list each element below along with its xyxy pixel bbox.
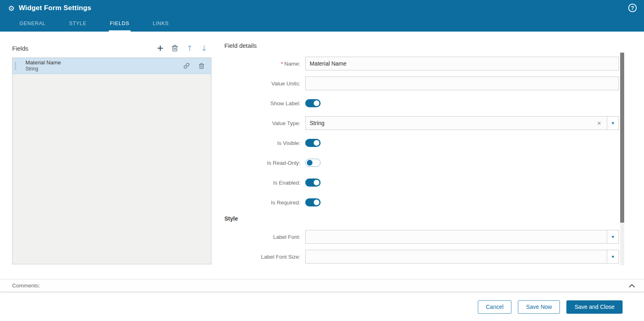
label-font-dropdown-button[interactable]: ▾ bbox=[607, 230, 619, 244]
save-and-close-button[interactable]: Save and Close bbox=[566, 300, 623, 314]
label-font-size-dropdown-button[interactable]: ▾ bbox=[607, 250, 619, 264]
tab-links[interactable]: LINKS bbox=[152, 16, 170, 32]
fields-panel: Fields + ↑ ↓ Material Name String bbox=[12, 42, 211, 264]
is-enabled-row: Is Enabled: bbox=[224, 176, 619, 189]
move-down-button[interactable]: ↓ bbox=[201, 44, 207, 53]
bind-link-icon[interactable] bbox=[184, 63, 190, 69]
label-font-size-label: Label Font Size: bbox=[224, 254, 305, 260]
name-row: *Name: bbox=[224, 57, 619, 70]
scrollbar-thumb[interactable] bbox=[620, 53, 624, 223]
dialog-header: ⚙ Widget Form Settings ? GENERAL STYLE F… bbox=[0, 0, 644, 32]
value-units-row: Value Units: bbox=[224, 77, 619, 90]
fields-list: Material Name String bbox=[12, 57, 211, 264]
field-details-panel: Field details *Name: Value Units: Show L… bbox=[224, 42, 619, 265]
is-visible-row: Is Visible: bbox=[224, 136, 619, 150]
widget-form-settings-dialog: ⚙ Widget Form Settings ? GENERAL STYLE F… bbox=[0, 0, 644, 321]
fields-panel-title: Fields bbox=[12, 45, 28, 52]
delete-field-button[interactable] bbox=[171, 45, 178, 52]
value-type-label: Value Type: bbox=[224, 120, 305, 126]
chevron-down-icon: ▾ bbox=[612, 234, 614, 240]
label-font-size-row: Label Font Size: ▾ bbox=[224, 250, 619, 264]
field-item-text: Material Name String bbox=[25, 60, 61, 72]
help-icon[interactable]: ? bbox=[628, 4, 637, 12]
value-units-input[interactable] bbox=[305, 77, 619, 90]
value-type-box[interactable]: String × bbox=[305, 116, 607, 130]
is-visible-label: Is Visible: bbox=[224, 140, 305, 146]
tab-style[interactable]: STYLE bbox=[68, 16, 88, 32]
tab-bar: GENERAL STYLE FIELDS LINKS bbox=[0, 16, 644, 32]
label-font-size-box[interactable] bbox=[305, 250, 607, 264]
toggle-knob bbox=[314, 140, 319, 146]
comments-label: Comments: bbox=[12, 283, 40, 289]
drag-handle-icon[interactable] bbox=[15, 62, 18, 70]
is-required-toggle[interactable] bbox=[305, 198, 321, 206]
show-label-label: Show Label: bbox=[224, 100, 305, 106]
value-type-dropdown-button[interactable]: ▾ bbox=[607, 116, 619, 130]
toggle-knob bbox=[314, 100, 319, 106]
label-font-combo: ▾ bbox=[305, 230, 619, 244]
value-type-combo: String × ▾ bbox=[305, 116, 619, 130]
style-section-title: Style bbox=[224, 215, 619, 222]
name-input[interactable] bbox=[305, 57, 619, 70]
label-font-label: Label Font: bbox=[224, 234, 305, 240]
title-row: ⚙ Widget Form Settings ? bbox=[0, 0, 644, 16]
label-font-row: Label Font: ▾ bbox=[224, 230, 619, 244]
clear-icon[interactable]: × bbox=[595, 120, 603, 127]
chevron-down-icon: ▾ bbox=[612, 120, 614, 126]
required-asterisk: * bbox=[281, 61, 283, 67]
trash-icon bbox=[171, 45, 178, 52]
toggle-knob bbox=[314, 200, 319, 205]
field-details-title: Field details bbox=[224, 42, 619, 54]
show-label-toggle[interactable] bbox=[305, 99, 321, 107]
tab-general[interactable]: GENERAL bbox=[18, 16, 47, 32]
name-label: *Name: bbox=[224, 61, 305, 67]
field-item-actions bbox=[184, 63, 205, 69]
toggle-knob bbox=[314, 180, 319, 185]
is-required-row: Is Required: bbox=[224, 196, 619, 209]
is-required-label: Is Required: bbox=[224, 200, 305, 206]
add-field-button[interactable]: + bbox=[157, 44, 163, 52]
value-type-row: Value Type: String × ▾ bbox=[224, 116, 619, 130]
footer-button-bar: Cancel Save Now Save and Close bbox=[0, 293, 644, 321]
tab-fields[interactable]: FIELDS bbox=[109, 16, 131, 32]
delete-item-trash-icon[interactable] bbox=[198, 63, 205, 69]
gear-icon: ⚙ bbox=[8, 4, 15, 13]
fields-panel-header: Fields + ↑ ↓ bbox=[12, 42, 211, 54]
is-read-only-toggle[interactable] bbox=[305, 159, 321, 167]
chevron-up-icon[interactable] bbox=[629, 284, 635, 288]
chevron-down-icon: ▾ bbox=[612, 254, 614, 259]
field-item-name: Material Name bbox=[25, 60, 61, 66]
value-units-label: Value Units: bbox=[224, 81, 305, 87]
value-type-value: String bbox=[310, 120, 595, 126]
move-up-button[interactable]: ↑ bbox=[186, 44, 193, 53]
show-label-row: Show Label: bbox=[224, 96, 619, 110]
is-enabled-label: Is Enabled: bbox=[224, 180, 305, 186]
fields-toolbar: + ↑ ↓ bbox=[157, 44, 211, 53]
cancel-button[interactable]: Cancel bbox=[478, 300, 512, 314]
label-font-box[interactable] bbox=[305, 230, 607, 244]
vertical-scrollbar[interactable] bbox=[620, 53, 624, 265]
comments-bar: Comments: bbox=[0, 279, 644, 292]
is-visible-toggle[interactable] bbox=[305, 139, 321, 147]
toggle-knob bbox=[307, 160, 312, 166]
is-read-only-row: Is Read-Only: bbox=[224, 156, 619, 170]
dialog-title: Widget Form Settings bbox=[19, 4, 91, 12]
label-font-size-combo: ▾ bbox=[305, 250, 619, 264]
save-now-button[interactable]: Save Now bbox=[518, 300, 560, 314]
is-read-only-label: Is Read-Only: bbox=[224, 160, 305, 166]
field-list-item[interactable]: Material Name String bbox=[13, 58, 211, 74]
field-item-type: String bbox=[25, 66, 61, 72]
is-enabled-toggle[interactable] bbox=[305, 179, 321, 187]
